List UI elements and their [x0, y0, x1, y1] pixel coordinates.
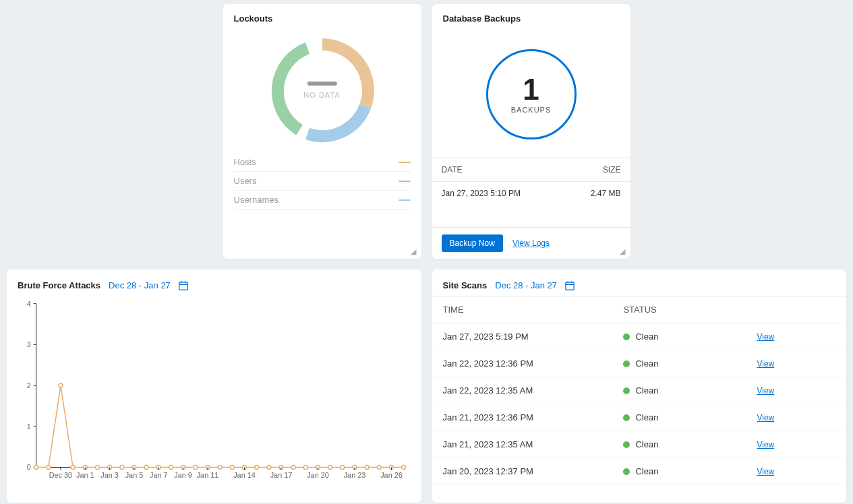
- legend-label: Usernames: [234, 195, 278, 205]
- svg-point-40: [328, 466, 332, 470]
- scan-row-status: Clean: [623, 412, 757, 422]
- svg-text:4: 4: [27, 300, 31, 308]
- backups-table-head: DATE SIZE: [432, 158, 630, 182]
- resize-handle-icon[interactable]: ◢: [620, 248, 626, 255]
- lockouts-title: Lockouts: [223, 4, 421, 30]
- svg-point-35: [267, 466, 271, 470]
- svg-point-38: [303, 466, 307, 470]
- resize-handle-icon[interactable]: ◢: [411, 248, 417, 255]
- svg-text:Jan 9: Jan 9: [174, 471, 192, 479]
- brute-force-card: Brute Force Attacks Dec 28 - Jan 27 0123…: [7, 270, 421, 503]
- scan-row-time: Jan 22, 2023 12:36 PM: [443, 358, 624, 369]
- svg-text:0: 0: [27, 463, 31, 471]
- lockouts-nodata-label: NO DATA: [303, 91, 340, 99]
- scans-head-time: TIME: [443, 305, 624, 315]
- table-row: Jan 20, 2023 12:37 PMCleanView: [432, 458, 847, 485]
- backups-count: 1: [523, 75, 539, 104]
- svg-text:Jan 1: Jan 1: [76, 471, 94, 479]
- backups-ring: 1 BACKUPS: [486, 49, 577, 139]
- table-row: Jan 21, 2023 12:35 AMCleanView: [432, 431, 847, 458]
- svg-point-31: [218, 466, 222, 470]
- svg-text:Jan 23: Jan 23: [344, 471, 366, 479]
- status-dot-icon: [623, 414, 630, 421]
- status-dot-icon: [623, 441, 630, 448]
- table-row: Jan 27, 2023 5:10 PM 2.47 MB: [432, 182, 630, 205]
- scan-view-link[interactable]: View: [757, 467, 774, 476]
- scan-view-link[interactable]: View: [757, 440, 774, 449]
- svg-rect-74: [571, 281, 572, 283]
- backups-head-size: SIZE: [603, 165, 621, 175]
- svg-point-19: [71, 466, 75, 470]
- svg-point-23: [120, 466, 124, 470]
- legend-swatch-hosts: [399, 162, 411, 163]
- svg-text:Jan 7: Jan 7: [150, 471, 168, 479]
- svg-point-46: [402, 466, 406, 470]
- calendar-icon[interactable]: [565, 281, 575, 290]
- legend-label: Hosts: [234, 157, 256, 167]
- lockouts-legend: Hosts Users Usernames: [223, 150, 421, 210]
- svg-point-41: [341, 466, 345, 470]
- svg-text:Dec 30: Dec 30: [49, 471, 72, 479]
- site-scans-range: Dec 28 - Jan 27: [495, 280, 557, 290]
- svg-rect-73: [568, 281, 568, 283]
- scan-row-status: Clean: [623, 358, 757, 369]
- scan-row-status: Clean: [623, 439, 757, 449]
- site-scans-table[interactable]: TIME STATUS Jan 27, 2023 5:19 PMCleanVie…: [432, 296, 847, 490]
- status-dot-icon: [623, 387, 630, 394]
- status-dot-icon: [623, 360, 630, 367]
- scan-row-time: Jan 20, 2023 12:37 PM: [443, 466, 624, 476]
- svg-rect-2: [181, 281, 181, 283]
- svg-point-21: [96, 466, 100, 470]
- view-logs-link[interactable]: View Logs: [512, 239, 550, 248]
- scan-row-time: Jan 27, 2023 5:19 PM: [443, 332, 624, 342]
- scan-view-link[interactable]: View: [757, 413, 774, 422]
- brute-force-title: Brute Force Attacks: [18, 280, 100, 290]
- legend-row-hosts: Hosts: [234, 153, 411, 172]
- svg-rect-3: [185, 281, 185, 283]
- status-dot-icon: [623, 334, 630, 340]
- svg-point-27: [169, 466, 173, 470]
- scan-view-link[interactable]: View: [757, 359, 774, 369]
- lockouts-card: Lockouts NO DATA Hosts Users: [223, 4, 421, 259]
- svg-point-44: [377, 466, 381, 470]
- legend-row-usernames: Usernames: [234, 191, 411, 210]
- table-row: Jan 27, 2023 5:19 PMCleanView: [432, 323, 847, 350]
- svg-text:Jan 26: Jan 26: [380, 471, 403, 479]
- svg-point-32: [230, 466, 234, 470]
- table-row: Jan 22, 2023 12:36 PMCleanView: [432, 350, 847, 377]
- lockouts-donut: NO DATA: [223, 30, 421, 150]
- svg-point-34: [255, 466, 259, 470]
- calendar-icon[interactable]: [179, 281, 188, 290]
- svg-text:2: 2: [27, 381, 31, 389]
- status-dot-icon: [623, 468, 630, 475]
- legend-swatch-usernames: [399, 199, 411, 201]
- svg-text:Jan 14: Jan 14: [233, 471, 256, 479]
- svg-rect-0: [179, 282, 187, 289]
- backup-now-button[interactable]: Backup Now: [442, 234, 503, 252]
- svg-point-29: [194, 466, 198, 470]
- brute-force-range: Dec 28 - Jan 27: [109, 280, 171, 290]
- svg-point-17: [47, 466, 51, 470]
- svg-text:Jan 5: Jan 5: [125, 471, 144, 479]
- svg-point-25: [144, 466, 148, 470]
- legend-label: Users: [234, 176, 257, 186]
- svg-rect-71: [566, 282, 574, 289]
- backups-count-label: BACKUPS: [511, 106, 552, 114]
- site-scans-head: TIME STATUS: [432, 296, 847, 323]
- svg-text:3: 3: [27, 340, 31, 348]
- svg-point-37: [291, 466, 295, 470]
- backups-table[interactable]: DATE SIZE Jan 27, 2023 5:10 PM 2.47 MB: [432, 158, 630, 227]
- backups-title: Database Backups: [432, 4, 630, 30]
- scan-row-status: Clean: [623, 332, 757, 342]
- scans-head-status: STATUS: [623, 305, 757, 315]
- scan-row-status: Clean: [623, 385, 757, 396]
- site-scans-card: Site Scans Dec 28 - Jan 27 TIME STATUS J…: [432, 270, 847, 503]
- backups-head-date: DATE: [442, 165, 463, 175]
- legend-swatch-users: [399, 181, 411, 182]
- backup-row-size: 2.47 MB: [591, 189, 621, 198]
- scan-view-link[interactable]: View: [757, 332, 774, 342]
- brute-force-chart: 01234Dec 30Jan 1Jan 3Jan 5Jan 7Jan 9Jan …: [7, 296, 421, 484]
- svg-text:Jan 11: Jan 11: [197, 471, 219, 479]
- scan-row-status: Clean: [623, 466, 757, 476]
- scan-view-link[interactable]: View: [757, 386, 774, 396]
